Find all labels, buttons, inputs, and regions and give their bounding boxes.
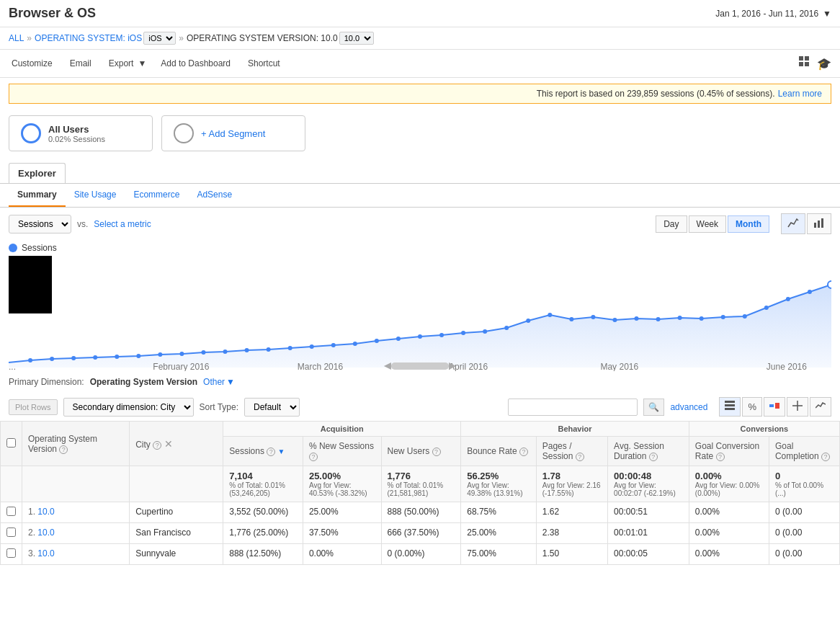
day-button[interactable]: Day bbox=[656, 215, 687, 233]
total-pages-session: 1.78 Avg for View: 2.16 (-17.55%) bbox=[536, 466, 607, 502]
sub-tab-adsense[interactable]: AdSense bbox=[188, 184, 241, 207]
date-dropdown-icon[interactable]: ▼ bbox=[823, 9, 831, 19]
week-button[interactable]: Week bbox=[689, 215, 726, 233]
search-input[interactable] bbox=[508, 399, 638, 416]
total-bounce-rate: 56.25% Avg for View: 49.38% (13.91%) bbox=[461, 466, 537, 502]
table-row: 2. 10.0 San Francisco 1,776 (25.00%) 37.… bbox=[1, 523, 840, 544]
row-2-city: San Francisco bbox=[130, 523, 223, 544]
add-segment-label[interactable]: + Add Segment bbox=[201, 128, 265, 139]
svg-point-17 bbox=[245, 348, 249, 352]
search-button[interactable]: 🔍 bbox=[643, 399, 664, 416]
row-2-pct-new: 37.50% bbox=[303, 523, 381, 544]
sessions-dot bbox=[9, 244, 17, 252]
os-dropdown[interactable]: iOS bbox=[143, 32, 176, 45]
alert-message: This report is based on 239,859 sessions… bbox=[537, 89, 775, 99]
svg-point-11 bbox=[115, 355, 119, 359]
svg-rect-1 bbox=[805, 56, 809, 61]
svg-rect-51 bbox=[391, 362, 449, 370]
breadcrumb-all[interactable]: ALL bbox=[9, 33, 24, 43]
sessions-sort-icon[interactable]: ▼ bbox=[278, 448, 285, 455]
line-chart-button[interactable] bbox=[781, 213, 805, 234]
svg-rect-58 bbox=[775, 403, 779, 409]
grid-view-icon[interactable] bbox=[798, 55, 811, 71]
all-users-segment[interactable]: All Users 0.02% Sessions bbox=[9, 115, 153, 151]
row-1-os-version[interactable]: 10.0 bbox=[37, 507, 54, 517]
data-view-button[interactable] bbox=[719, 397, 741, 417]
svg-point-28 bbox=[483, 329, 487, 334]
row-2-os-version[interactable]: 10.0 bbox=[37, 528, 54, 538]
export-dropdown-icon[interactable]: ▼ bbox=[138, 58, 146, 68]
svg-text:February 2016: February 2016 bbox=[153, 362, 209, 371]
shortcut-button[interactable]: Shortcut bbox=[245, 57, 283, 70]
svg-point-32 bbox=[569, 317, 573, 321]
goal-conv-rate-help-icon[interactable]: ? bbox=[716, 453, 725, 461]
os-version-help-icon[interactable]: ? bbox=[59, 445, 68, 454]
svg-point-7 bbox=[28, 358, 32, 362]
metric-select[interactable]: Sessions bbox=[9, 215, 71, 233]
data-table: Operating System Version ? City ? ✕ Acqu… bbox=[0, 421, 840, 565]
customize-button[interactable]: Customize bbox=[9, 57, 55, 70]
pivot-view-button[interactable] bbox=[787, 397, 808, 417]
pages-session-help-icon[interactable]: ? bbox=[576, 453, 584, 461]
select-metric-link[interactable]: Select a metric bbox=[94, 219, 151, 229]
month-button[interactable]: Month bbox=[728, 215, 769, 233]
goal-completion-help-icon[interactable]: ? bbox=[821, 453, 830, 461]
behavior-header: Behavior bbox=[461, 422, 689, 437]
svg-text:...: ... bbox=[9, 362, 16, 371]
row-1-sessions: 3,552 (50.00%) bbox=[223, 502, 303, 523]
comparison-view-button[interactable] bbox=[764, 397, 785, 417]
city-remove-icon[interactable]: ✕ bbox=[164, 438, 173, 450]
os-version-dropdown[interactable]: 10.0 bbox=[339, 32, 374, 45]
segment-circle bbox=[21, 123, 41, 143]
row-3-os-version[interactable]: 10.0 bbox=[37, 548, 54, 558]
toolbar: Customize Email Export ▼ Add to Dashboar… bbox=[0, 50, 840, 78]
bounce-rate-help-icon[interactable]: ? bbox=[519, 448, 528, 456]
other-link[interactable]: Other ▼ bbox=[203, 377, 235, 387]
row-1-goal-comp: 0 (0.00 bbox=[769, 502, 839, 523]
breadcrumb-os: OPERATING SYSTEM: iOS iOS bbox=[35, 32, 176, 45]
breadcrumb-os-link[interactable]: OPERATING SYSTEM: iOS bbox=[35, 33, 142, 43]
new-users-help-icon[interactable]: ? bbox=[432, 448, 441, 456]
row-2-bounce: 25.00% bbox=[461, 523, 537, 544]
sessions-col-header: Sessions ? ▼ bbox=[223, 437, 303, 466]
svg-point-36 bbox=[656, 317, 661, 321]
sparkline-view-button[interactable] bbox=[810, 397, 831, 417]
sessions-help-icon[interactable]: ? bbox=[267, 448, 275, 456]
sub-tab-ecommerce[interactable]: Ecommerce bbox=[125, 184, 188, 207]
email-button[interactable]: Email bbox=[67, 57, 94, 70]
svg-text:May 2016: May 2016 bbox=[600, 362, 638, 371]
bounce-rate-header: Bounce Rate ? bbox=[461, 437, 537, 466]
select-all-checkbox[interactable] bbox=[6, 438, 16, 448]
advanced-link[interactable]: advanced bbox=[670, 402, 707, 412]
row-2-checkbox[interactable] bbox=[6, 528, 16, 537]
percentage-view-button[interactable]: % bbox=[742, 397, 762, 417]
row-1-checkbox[interactable] bbox=[6, 507, 16, 516]
graduation-icon[interactable]: 🎓 bbox=[817, 57, 831, 71]
row-1-pct-new: 25.00% bbox=[303, 502, 381, 523]
breadcrumb-os-version-label: OPERATING SYSTEM VERSION: 10.0 bbox=[187, 33, 338, 43]
add-segment-box[interactable]: + Add Segment bbox=[161, 115, 305, 151]
city-help-icon[interactable]: ? bbox=[153, 441, 161, 450]
row-3-sessions: 888 (12.50%) bbox=[223, 544, 303, 565]
primary-dim-value[interactable]: Operating System Version bbox=[90, 377, 197, 387]
alert-learn-more[interactable]: Learn more bbox=[778, 89, 822, 99]
sub-tab-summary[interactable]: Summary bbox=[9, 184, 66, 207]
svg-point-24 bbox=[396, 337, 401, 341]
add-to-dashboard-button[interactable]: Add to Dashboard bbox=[158, 57, 233, 70]
export-button[interactable]: Export bbox=[106, 57, 137, 70]
date-range[interactable]: Jan 1, 2016 - Jun 11, 2016 ▼ bbox=[715, 9, 831, 19]
row-3-checkbox[interactable] bbox=[6, 548, 16, 558]
pct-new-sessions-help-icon[interactable]: ? bbox=[309, 453, 318, 461]
os-version-header: Operating System Version ? bbox=[22, 422, 130, 466]
tab-explorer[interactable]: Explorer bbox=[9, 163, 66, 183]
bar-chart-button[interactable] bbox=[807, 213, 831, 234]
row-2-goal-comp: 0 (0.00 bbox=[769, 523, 839, 544]
avg-duration-help-icon[interactable]: ? bbox=[649, 453, 658, 461]
sort-select[interactable]: Default bbox=[244, 398, 300, 417]
sub-tab-site-usage[interactable]: Site Usage bbox=[66, 184, 125, 207]
breadcrumb-os-version: OPERATING SYSTEM VERSION: 10.0 10.0 bbox=[187, 32, 374, 45]
svg-point-43 bbox=[808, 290, 812, 294]
total-sessions: 7,104 % of Total: 0.01% (53,246,205) bbox=[223, 466, 303, 502]
secondary-dimension-select[interactable]: Secondary dimension: City bbox=[63, 398, 194, 417]
alert-banner: This report is based on 239,859 sessions… bbox=[9, 84, 831, 104]
